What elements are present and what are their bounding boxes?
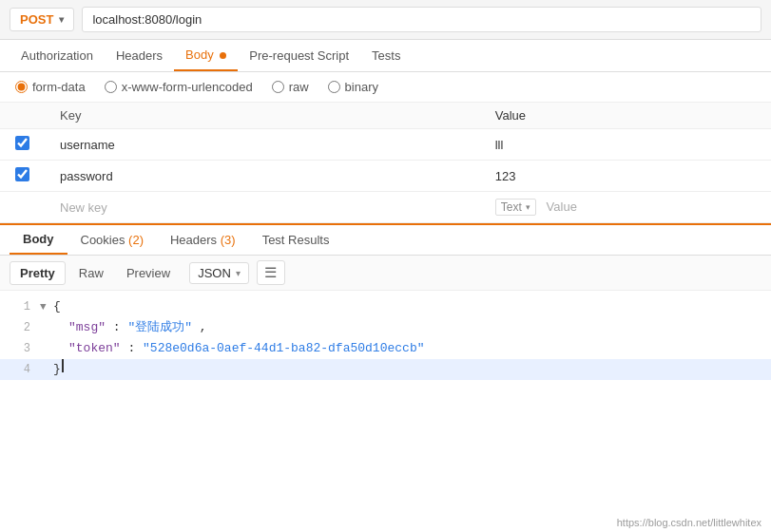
text-dropdown-arrow: ▾ xyxy=(526,202,530,212)
row-checkbox-username[interactable] xyxy=(15,136,29,150)
json-line-4: 4 } xyxy=(0,359,771,380)
x-www-form-urlencoded-option[interactable]: x-www-form-urlencoded xyxy=(105,80,253,94)
format-select[interactable]: JSON ▾ xyxy=(189,262,249,284)
method-button[interactable]: POST ▾ xyxy=(10,8,74,31)
key-cell-password: password xyxy=(45,161,480,192)
method-chevron-icon: ▾ xyxy=(59,14,64,25)
binary-option[interactable]: binary xyxy=(328,80,378,94)
col-key-header: Key xyxy=(45,103,480,129)
tab-prerequest[interactable]: Pre-request Script xyxy=(238,41,360,70)
col-value-header: Value xyxy=(480,103,771,129)
line-toggle-3 xyxy=(40,340,53,358)
json-key-token: "token" xyxy=(68,341,121,355)
line-toggle-1[interactable]: ▼ xyxy=(40,298,53,316)
headers-badge: (3) xyxy=(221,233,236,247)
json-line-3: 3 "token" : "528e0d6a-0aef-44d1-ba82-dfa… xyxy=(0,338,771,359)
cookies-badge: (2) xyxy=(128,233,144,247)
json-value-token: "528e0d6a-0aef-44d1-ba82-dfa50d10eccb" xyxy=(143,341,424,355)
bottom-url: https://blog.csdn.net/littlewhitex xyxy=(617,517,761,528)
format-select-value: JSON xyxy=(198,266,231,280)
line-num-2: 2 xyxy=(4,318,30,337)
json-line-1: 1 ▼ { xyxy=(0,296,771,317)
table-row: password 123 xyxy=(0,161,771,192)
line-num-4: 4 xyxy=(4,360,30,379)
line-num-1: 1 xyxy=(4,297,30,316)
form-data-option[interactable]: form-data xyxy=(15,80,86,94)
text-type-dropdown[interactable]: Text ▾ xyxy=(495,199,536,216)
new-key-row: New key Text ▾ Value xyxy=(0,192,771,223)
value-cell-password: 123 xyxy=(480,161,771,192)
response-tab-testresults[interactable]: Test Results xyxy=(249,226,343,254)
value-placeholder: Value xyxy=(547,200,577,214)
json-key-msg: "msg" xyxy=(68,320,106,334)
tab-tests[interactable]: Tests xyxy=(360,41,412,70)
request-tabs-row: Authorization Headers Body Pre-request S… xyxy=(0,40,771,72)
top-bar: POST ▾ xyxy=(0,0,771,40)
line-toggle-4 xyxy=(40,361,53,379)
new-key-value-area: Text ▾ Value xyxy=(480,192,771,223)
json-output: 1 ▼ { 2 "msg" : "登陆成功" , 3 "token" : "52… xyxy=(0,291,771,386)
method-label: POST xyxy=(20,12,53,27)
tab-body[interactable]: Body xyxy=(174,40,238,71)
preview-button[interactable]: Preview xyxy=(117,262,180,284)
raw-button[interactable]: Raw xyxy=(69,262,113,284)
line-num-3: 3 xyxy=(4,339,30,358)
pretty-button[interactable]: Pretty xyxy=(10,261,66,285)
line-toggle-2 xyxy=(40,319,53,337)
cursor xyxy=(62,359,64,372)
new-key-placeholder[interactable]: New key xyxy=(45,192,480,223)
wrap-button[interactable]: ☰ xyxy=(257,260,285,285)
wrap-icon: ☰ xyxy=(264,264,277,281)
response-tab-headers[interactable]: Headers (3) xyxy=(157,226,249,254)
body-tab-dot xyxy=(220,52,226,59)
row-checkbox-password[interactable] xyxy=(15,167,29,181)
json-value-msg: "登陆成功" xyxy=(127,320,192,334)
raw-option[interactable]: raw xyxy=(272,80,309,94)
key-cell-username: username xyxy=(45,129,480,161)
response-tab-body[interactable]: Body xyxy=(10,225,67,255)
format-row: Pretty Raw Preview JSON ▾ ☰ xyxy=(0,256,771,291)
value-cell-username: lll xyxy=(480,129,771,161)
response-tab-cookies[interactable]: Cookies (2) xyxy=(67,226,157,254)
body-type-row: form-data x-www-form-urlencoded raw bina… xyxy=(0,72,771,103)
table-row: username lll xyxy=(0,129,771,161)
tab-authorization[interactable]: Authorization xyxy=(10,41,105,70)
url-input[interactable] xyxy=(82,7,761,32)
response-tabs-bar: Body Cookies (2) Headers (3) Test Result… xyxy=(0,223,771,256)
json-brace-open: { xyxy=(53,296,61,317)
kv-table: Key Value username lll password 123 New … xyxy=(0,103,771,223)
tab-headers[interactable]: Headers xyxy=(105,41,174,70)
json-line-2: 2 "msg" : "登陆成功" , xyxy=(0,317,771,338)
json-brace-close: } xyxy=(53,359,61,380)
format-select-arrow: ▾ xyxy=(236,268,241,278)
